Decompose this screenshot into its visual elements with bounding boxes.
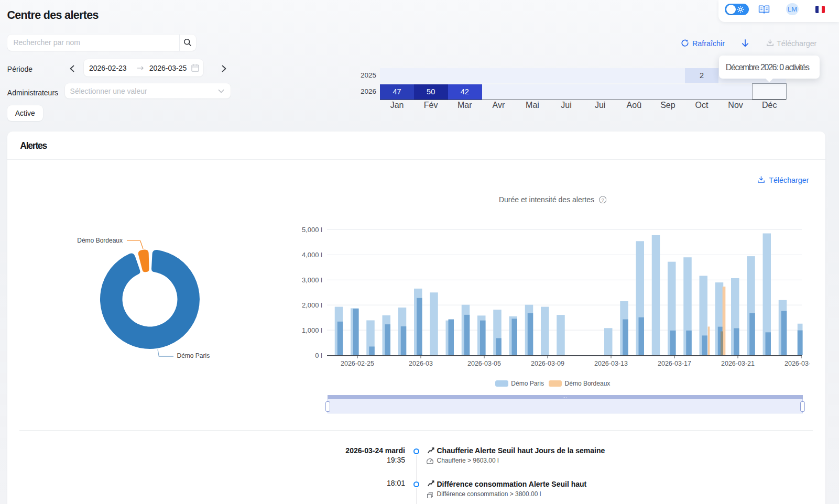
svg-text:2026-03-21: 2026-03-21	[721, 360, 755, 367]
svg-text:2026-03-13: 2026-03-13	[594, 360, 628, 367]
svg-text:2026-03: 2026-03	[409, 360, 433, 367]
svg-text:2026-03-05: 2026-03-05	[467, 360, 501, 367]
svg-text:2026-03-09: 2026-03-09	[531, 360, 564, 367]
svg-text:2,000 l: 2,000 l	[302, 301, 322, 309]
svg-text:2026-03-25: 2026-03-25	[784, 360, 810, 367]
svg-text:1,000 l: 1,000 l	[302, 326, 322, 334]
svg-text:0 l: 0 l	[315, 352, 322, 359]
svg-text:3,000 l: 3,000 l	[302, 276, 322, 284]
svg-text:2026-03-17: 2026-03-17	[658, 360, 691, 367]
svg-text:4,000 l: 4,000 l	[302, 251, 322, 259]
svg-text:?: ?	[601, 196, 604, 202]
svg-text:2026-02-25: 2026-02-25	[341, 360, 374, 367]
svg-text:5,000 l: 5,000 l	[302, 226, 322, 234]
